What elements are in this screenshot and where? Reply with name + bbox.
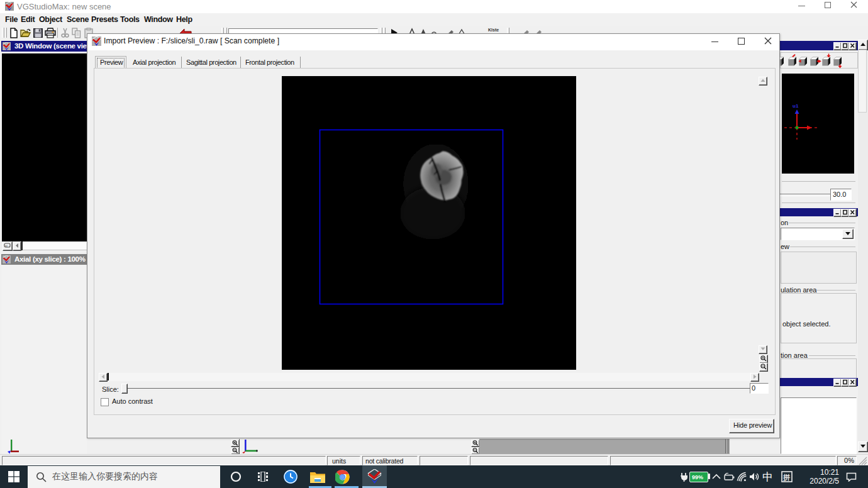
svg-text:u1: u1 bbox=[793, 103, 799, 109]
svg-text:st: st bbox=[5, 244, 8, 248]
svg-text:拼: 拼 bbox=[782, 474, 790, 481]
